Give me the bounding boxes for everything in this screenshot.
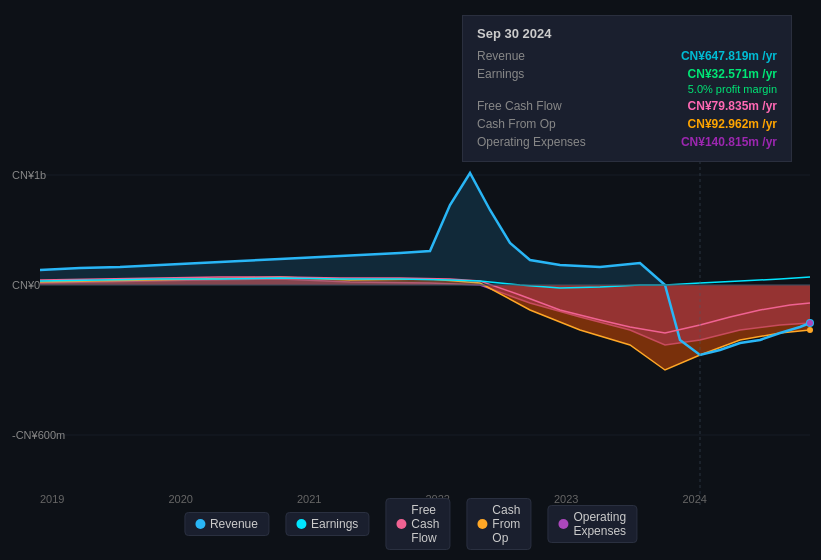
tooltip-cfo-row: Cash From Op CN¥92.962m /yr <box>477 115 777 133</box>
tooltip-opex-label: Operating Expenses <box>477 135 586 149</box>
chart-container: CN¥1b CN¥1b CN¥0 -CN¥600m <box>0 155 821 505</box>
tooltip-revenue-row: Revenue CN¥647.819m /yr <box>477 47 777 65</box>
svg-text:CN¥0: CN¥0 <box>12 279 40 291</box>
opex-dot <box>558 519 568 529</box>
x-label-2019: 2019 <box>40 493 64 505</box>
legend-item-earnings[interactable]: Earnings <box>285 512 369 536</box>
tooltip-revenue-value: CN¥647.819m /yr <box>681 49 777 63</box>
legend-label-fcf: Free Cash Flow <box>411 503 439 545</box>
legend-label-earnings: Earnings <box>311 517 358 531</box>
svg-point-11 <box>807 320 813 326</box>
svg-point-10 <box>807 327 813 333</box>
tooltip-profit-margin: 5.0% profit margin <box>688 83 777 95</box>
tooltip-cfo-value: CN¥92.962m /yr <box>688 117 777 131</box>
cfo-dot <box>477 519 487 529</box>
svg-text:-CN¥600m: -CN¥600m <box>12 429 65 441</box>
legend-item-revenue[interactable]: Revenue <box>184 512 269 536</box>
tooltip-card: Sep 30 2024 Revenue CN¥647.819m /yr Earn… <box>462 15 792 162</box>
tooltip-revenue-label: Revenue <box>477 49 525 63</box>
chart-legend: Revenue Earnings Free Cash Flow Cash Fro… <box>184 498 637 550</box>
svg-text:CN¥1b: CN¥1b <box>12 169 46 181</box>
legend-label-revenue: Revenue <box>210 517 258 531</box>
legend-item-opex[interactable]: Operating Expenses <box>547 505 637 543</box>
earnings-dot <box>296 519 306 529</box>
tooltip-fcf-label: Free Cash Flow <box>477 99 562 113</box>
tooltip-earnings-label: Earnings <box>477 67 524 81</box>
main-chart: CN¥1b CN¥0 -CN¥600m <box>0 155 821 505</box>
tooltip-earnings-row: Earnings CN¥32.571m /yr <box>477 65 777 83</box>
legend-item-fcf[interactable]: Free Cash Flow <box>385 498 450 550</box>
tooltip-profit-margin-row: 5.0% profit margin <box>477 83 777 97</box>
tooltip-cfo-label: Cash From Op <box>477 117 556 131</box>
tooltip-fcf-value: CN¥79.835m /yr <box>688 99 777 113</box>
tooltip-opex-row: Operating Expenses CN¥140.815m /yr <box>477 133 777 151</box>
legend-label-cfo: Cash From Op <box>492 503 520 545</box>
x-label-2024: 2024 <box>683 493 707 505</box>
legend-label-opex: Operating Expenses <box>573 510 626 538</box>
tooltip-earnings-value: CN¥32.571m /yr <box>688 67 777 81</box>
revenue-dot <box>195 519 205 529</box>
legend-item-cfo[interactable]: Cash From Op <box>466 498 531 550</box>
fcf-dot <box>396 519 406 529</box>
tooltip-fcf-row: Free Cash Flow CN¥79.835m /yr <box>477 97 777 115</box>
tooltip-opex-value: CN¥140.815m /yr <box>681 135 777 149</box>
tooltip-date: Sep 30 2024 <box>477 26 777 41</box>
